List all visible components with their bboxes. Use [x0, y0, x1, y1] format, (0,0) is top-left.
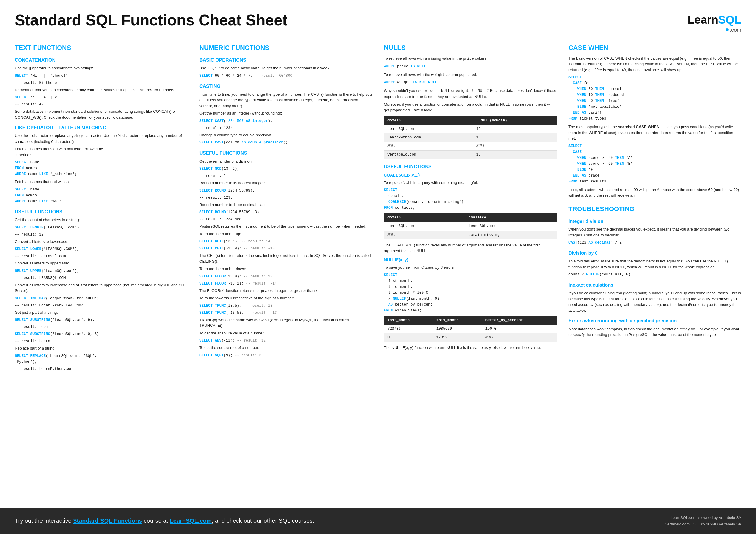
- sub-concatenation: CONCATENATION: [15, 57, 188, 64]
- logo-learn: Learn: [688, 13, 718, 26]
- uf-note2: Round a number to its nearest integer:: [199, 180, 372, 186]
- trunc-note: TRUNC(x) works the same way as CAST(x AS…: [199, 317, 372, 329]
- ts-sub2: Division by 0: [568, 250, 741, 256]
- table-row: vertabelo.com13: [384, 150, 557, 159]
- coalesce-header-domain: domain: [384, 213, 465, 222]
- header-row: Standard SQL Functions Cheat Sheet Learn…: [15, 12, 741, 34]
- concat-code2: SELECT '' || 4 || 2;: [15, 94, 188, 100]
- ts-inexact-note: If you do calculations using real (float…: [568, 290, 741, 313]
- footer-right: LearnSQL.com is owned by Vertabelo SA ve…: [666, 515, 742, 527]
- null-table: domain LENGTH(domain) LearnSQL.com12 Lea…: [384, 116, 557, 159]
- uf-code6c: -- result: LearnPython.com: [15, 366, 188, 372]
- uf-code1a: SELECT LENGTH('LearnSQL.com');: [15, 225, 188, 230]
- uf-note9: To get the square root of a number:: [199, 345, 372, 351]
- columns-grid: TEXT FUNCTIONS CONCATENATION Use the || …: [15, 43, 741, 373]
- concat-code1: SELECT 'Hi ' || 'there!';: [15, 73, 188, 79]
- concat-result1: -- result: Hi there!: [15, 80, 188, 86]
- num-code3b: -- result: 1234.568: [199, 216, 372, 222]
- section-text-functions: TEXT FUNCTIONS: [15, 43, 188, 53]
- uf-code2a: SELECT LOWER('LEARNSQL.COM');: [15, 246, 188, 252]
- uf-intro1: Get the count of characters in a string:: [15, 217, 188, 223]
- section-nulls: NULLs: [384, 43, 557, 53]
- ts-sub4: Errors when rounding with a specified pr…: [568, 317, 741, 324]
- nullif-header-this: this_month: [433, 316, 482, 325]
- footer-text-before: Try out the interactive: [15, 518, 73, 524]
- logo-dot-com: .com: [726, 26, 741, 34]
- uf-note6: To round the number down:: [199, 266, 372, 272]
- coalesce-title: COALESCE(x,y,...): [384, 172, 557, 178]
- ts-div0-code: count / NULLIF(count_all, 0): [568, 272, 741, 278]
- uf-intro6: Replace part of a string:: [15, 345, 188, 351]
- table-row: NULLNULL: [384, 142, 557, 150]
- null-code1: WHERE price IS NULL: [384, 64, 557, 69]
- coalesce-code: SELECT domain, COALESCE(domain, 'domain …: [384, 187, 557, 211]
- table-row: 7237861085679150.0: [384, 325, 557, 333]
- col-text-functions: TEXT FUNCTIONS CONCATENATION Use the || …: [15, 43, 188, 373]
- uf-code4b: -- result: Edgar Frank Ted Codd: [15, 303, 188, 308]
- footer-bar: Try out the interactive Standard SQL Fun…: [0, 508, 756, 534]
- sub-casting: CASTING: [199, 83, 372, 90]
- table-row: LearnSQL.com12: [384, 125, 557, 133]
- uf-code1b: -- result: 12: [15, 232, 188, 238]
- cw-intro: The basic version of CASE WHEN checks if…: [568, 56, 741, 73]
- section-case-when: CASE WHEN: [568, 43, 741, 53]
- num-code1b: -- result: 1: [199, 173, 372, 179]
- null-table-header-length: LENGTH(domain): [473, 116, 557, 125]
- sub-nulls-useful: USEFUL FUNCTIONS: [384, 163, 557, 170]
- null-table-header-domain: domain: [384, 116, 473, 125]
- num-code5a: SELECT CEIL(13.1); -- result: 14: [199, 238, 372, 244]
- uf-note5: To round the number up:: [199, 231, 372, 237]
- nullif-title: NULLIF(x, y): [384, 257, 557, 263]
- num-code2b: -- result: 1235: [199, 195, 372, 201]
- uf-intro2: Convert all letters to lowercase:: [15, 239, 188, 245]
- col-numeric-functions: NUMERIC FUNCTIONS BASIC OPERATIONS Use +…: [199, 43, 372, 373]
- concat-extra: Some databases implement non-standard so…: [15, 109, 188, 120]
- ts-sub3: Inexact calculations: [568, 281, 741, 288]
- num-code2a: SELECT ROUND(1234.56789);: [199, 188, 372, 194]
- sub-basic-ops: BASIC OPERATIONS: [199, 57, 372, 64]
- nullif-table: last_month this_month better_by_percent …: [384, 316, 557, 342]
- table-row: NULLdomain missing: [384, 230, 557, 239]
- table-row: 0178123NULL: [384, 333, 557, 341]
- sub-numeric-useful: USEFUL FUNCTIONS: [199, 150, 372, 156]
- uf-code2b: -- result: learnsql.com: [15, 253, 188, 259]
- uf-code5a: SELECT SUBSTRING('LearnSQL.com', 9);: [15, 317, 188, 323]
- concat-result2: -- result: 42: [15, 101, 188, 107]
- uf-intro5: Get just a part of a string:: [15, 310, 188, 315]
- cast-code2: SELECT CAST(column AS double precision);: [199, 140, 372, 146]
- uf-code5b: -- result: .com: [15, 324, 188, 330]
- footer-link2[interactable]: LearnSQL.com: [170, 518, 212, 524]
- null-explain: Why shouldn't you use price = NULL or we…: [384, 88, 557, 99]
- sub-like: LIKE OPERATOR – PATTERN MATCHING: [15, 124, 188, 131]
- uf-note1: Get the remainder of a division:: [199, 158, 372, 164]
- logo-com-text: .com: [730, 26, 741, 34]
- table-row: LearnSQL.comLearnSQL.com: [384, 222, 557, 230]
- num-code6a: SELECT FLOOR(13.8); -- result: 13: [199, 274, 372, 280]
- table-row: LearnPython.com15: [384, 133, 557, 142]
- cw-note3: Here, all students who scored at least 9…: [568, 187, 741, 199]
- main-content: Standard SQL Functions Cheat Sheet Learn…: [0, 0, 756, 508]
- like-note2: Fetch all names that end with 'a':: [15, 179, 188, 185]
- cw-code1: SELECT CASE fee WHEN 50 THEN 'normal' WH…: [568, 74, 741, 121]
- like-note1: Fetch all names that start with any lett…: [15, 146, 188, 158]
- num-code7b: SELECT TRUNC(-13.5); -- result: -13: [199, 310, 372, 316]
- footer-rights1: LearnSQL.com is owned by Vertabelo SA: [666, 515, 742, 521]
- footer-link1[interactable]: Standard SQL Functions: [73, 518, 142, 524]
- nullif-header-last: last_month: [384, 316, 433, 325]
- null-intro2: To retrieve all rows with the weight col…: [384, 72, 557, 78]
- uf-note4: PostgreSQL requires the first argument t…: [199, 224, 372, 229]
- coalesce-header-coalesce: coalesce: [465, 213, 557, 222]
- like-code2: SELECT nameFROM namesWHERE name LIKE '%a…: [15, 187, 188, 204]
- uf-code6a: SELECT REPLACE('LearnSQL.com', 'SQL','Py…: [15, 353, 188, 365]
- cast-note1: Get the number as an integer (without ro…: [199, 110, 372, 116]
- num-code6b: SELECT FLOOR(-13.2); -- result: -14: [199, 281, 372, 287]
- cast-code1b: -- result: 1234: [199, 125, 372, 131]
- cast-intro: From time to time, you need to change th…: [199, 92, 372, 109]
- nullif-code: SELECT last_month, this_month, this_mont…: [384, 272, 557, 313]
- sub-text-useful: USEFUL FUNCTIONS: [15, 208, 188, 215]
- num-code9: SELECT SQRT(9); -- result: 3: [199, 353, 372, 359]
- footer-left: Try out the interactive Standard SQL Fun…: [15, 517, 666, 525]
- coalesce-intro: To replace NULL in a query with somethin…: [384, 180, 557, 186]
- section-numeric: NUMERIC FUNCTIONS: [199, 43, 372, 53]
- cast-code1a: SELECT CAST(1234.567 AS integer);: [199, 118, 372, 124]
